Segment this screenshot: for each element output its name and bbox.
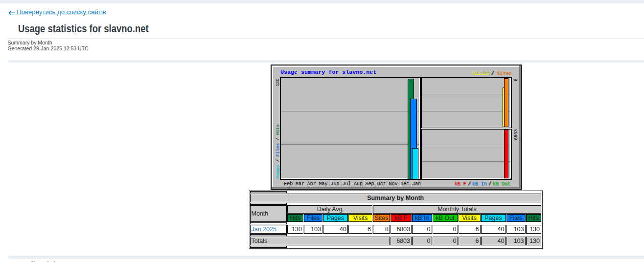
svg-text:Sep: Sep (366, 182, 374, 187)
svg-text:Usage summary for slavno.net: Usage summary for slavno.net (280, 69, 376, 76)
svg-text:Aug: Aug (354, 182, 363, 187)
svg-text:Pages / Files / Hits: Pages / Files / Hits (275, 124, 280, 178)
svg-text:Mar: Mar (296, 182, 304, 187)
svg-text:Visits: Visits (472, 71, 490, 76)
svg-text:Nov: Nov (389, 182, 398, 187)
svg-text:kB Out: kB Out (493, 182, 510, 187)
svg-text:Dec: Dec (400, 182, 409, 187)
svg-text:kB In: kB In (472, 182, 487, 187)
svg-text:Jun: Jun (331, 182, 340, 187)
svg-text:Oct: Oct (377, 182, 386, 187)
svg-text:kB F: kB F (455, 182, 466, 187)
svg-text:Jan: Jan (412, 182, 421, 187)
svg-text:May: May (319, 182, 327, 187)
svg-text:/: / (468, 182, 471, 187)
svg-text:/: / (491, 71, 494, 76)
svg-text:Feb: Feb (284, 182, 293, 187)
svg-text:8: 8 (513, 79, 519, 82)
svg-text:Jul: Jul (342, 182, 351, 187)
svg-text:/: / (488, 182, 491, 187)
svg-text:6803: 6803 (513, 130, 519, 140)
svg-text:Sites: Sites (497, 71, 511, 76)
svg-text:Apr: Apr (307, 182, 316, 187)
svg-text:130: 130 (275, 79, 280, 87)
